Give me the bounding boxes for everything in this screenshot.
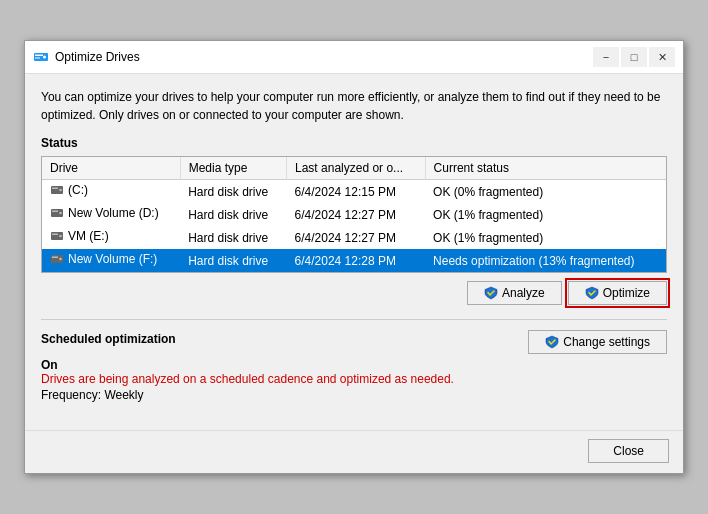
maximize-button[interactable]: □ [621,47,647,67]
change-settings-label: Change settings [563,335,650,349]
svg-point-6 [59,189,62,192]
status-label: Status [41,136,667,150]
media-type-cell: Hard disk drive [180,226,286,249]
table-row[interactable]: New Volume (D:)Hard disk drive6/4/2024 1… [42,203,666,226]
status-cell: OK (0% fragmented) [425,180,666,204]
hdd-icon [50,252,64,266]
description-text: You can optimize your drives to help you… [41,88,667,124]
col-media-type: Media type [180,157,286,180]
hdd-icon [50,206,64,220]
window-icon [33,49,49,65]
analyze-button[interactable]: Analyze [467,281,562,305]
scheduled-frequency: Frequency: Weekly [41,388,667,402]
table-row[interactable]: VM (E:)Hard disk drive6/4/2024 12:27 PMO… [42,226,666,249]
titlebar: Optimize Drives − □ ✕ [25,41,683,74]
table-header: Drive Media type Last analyzed or o... C… [42,157,666,180]
close-window-button[interactable]: ✕ [649,47,675,67]
media-type-cell: Hard disk drive [180,180,286,204]
analyze-label: Analyze [502,286,545,300]
svg-rect-3 [35,58,40,59]
scheduled-status: On [41,358,667,372]
status-cell: Needs optimization (13% fragmented) [425,249,666,272]
last-analyzed-cell: 6/4/2024 12:27 PM [287,226,426,249]
last-analyzed-cell: 6/4/2024 12:28 PM [287,249,426,272]
drive-cell: (C:) [42,180,180,204]
drive-table: Drive Media type Last analyzed or o... C… [42,157,666,272]
scheduled-label: Scheduled optimization [41,332,176,346]
drive-cell: New Volume (F:) [42,249,180,272]
last-analyzed-cell: 6/4/2024 12:15 PM [287,180,426,204]
hdd-icon [50,229,64,243]
frequency-label: Frequency: [41,388,101,402]
optimize-shield-icon [585,286,599,300]
media-type-cell: Hard disk drive [180,203,286,226]
scheduled-section: Scheduled optimization Change settings O… [41,330,667,402]
optimize-label: Optimize [603,286,650,300]
svg-rect-1 [35,55,43,57]
optimize-button[interactable]: Optimize [568,281,667,305]
svg-point-9 [59,212,62,215]
svg-point-12 [59,235,62,238]
bottom-bar: Close [25,430,683,473]
col-current-status: Current status [425,157,666,180]
drive-cell: VM (E:) [42,226,180,249]
svg-rect-8 [52,211,58,213]
svg-rect-14 [52,257,58,259]
scheduled-description: Drives are being analyzed on a scheduled… [41,372,667,386]
drive-table-body: (C:)Hard disk drive6/4/2024 12:15 PMOK (… [42,180,666,273]
close-button[interactable]: Close [588,439,669,463]
last-analyzed-cell: 6/4/2024 12:27 PM [287,203,426,226]
svg-point-2 [43,56,46,59]
optimize-drives-window: Optimize Drives − □ ✕ You can optimize y… [24,40,684,474]
media-type-cell: Hard disk drive [180,249,286,272]
hdd-icon [50,183,64,197]
svg-point-15 [59,258,62,261]
table-row[interactable]: New Volume (F:)Hard disk drive6/4/2024 1… [42,249,666,272]
window-title: Optimize Drives [55,50,593,64]
drive-cell: New Volume (D:) [42,203,180,226]
settings-shield-icon [545,335,559,349]
col-last-analyzed: Last analyzed or o... [287,157,426,180]
col-drive: Drive [42,157,180,180]
titlebar-controls: − □ ✕ [593,47,675,67]
svg-rect-11 [52,234,58,236]
frequency-value: Weekly [104,388,143,402]
action-buttons-row: Analyze Optimize [41,281,667,305]
table-row[interactable]: (C:)Hard disk drive6/4/2024 12:15 PMOK (… [42,180,666,204]
status-cell: OK (1% fragmented) [425,226,666,249]
minimize-button[interactable]: − [593,47,619,67]
scheduled-header: Scheduled optimization Change settings [41,330,667,354]
analyze-shield-icon [484,286,498,300]
change-settings-button[interactable]: Change settings [528,330,667,354]
status-cell: OK (1% fragmented) [425,203,666,226]
svg-rect-5 [52,188,58,190]
main-content: You can optimize your drives to help you… [25,74,683,424]
separator [41,319,667,320]
drive-table-container: Drive Media type Last analyzed or o... C… [41,156,667,273]
